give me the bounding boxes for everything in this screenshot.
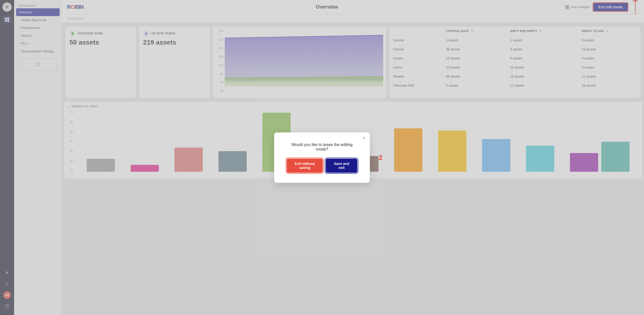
save-and-exit-button[interactable]: Save and exit [326, 159, 357, 173]
modal-buttons: Exit without saving Save and exit [287, 159, 357, 173]
modal-title: Would you like to leave the editing mode… [287, 143, 357, 152]
modal-overlay: ✕ Would you like to leave the editing mo… [0, 0, 644, 315]
modal-annotation-number: 2 [378, 154, 382, 162]
modal-dialog: ✕ Would you like to leave the editing mo… [274, 132, 370, 183]
modal-close-button[interactable]: ✕ [362, 135, 366, 141]
exit-without-saving-button[interactable]: Exit without saving [287, 159, 323, 173]
